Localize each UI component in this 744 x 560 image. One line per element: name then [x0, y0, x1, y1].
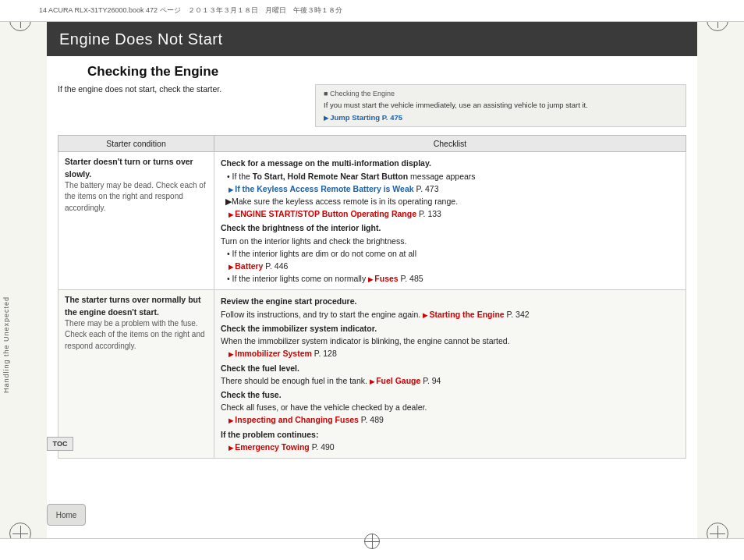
engine-start-stop-link[interactable]: ENGINE START/STOP Button Operating Range: [229, 209, 416, 218]
starter-title-1: Starter doesn't turn or turns over slowl…: [65, 156, 207, 179]
sidenote-body: If you must start the vehicle immediatel…: [324, 100, 678, 110]
sidenote-header: ■ Checking the Engine: [324, 90, 678, 97]
top-bar-text: 14 ACURA RLX-31TY26000.book 472 ページ ２０１３…: [39, 5, 342, 16]
main-table: Starter condition Checklist Starter does…: [58, 135, 686, 459]
jump-starting-link[interactable]: Jump Starting P. 475: [324, 113, 402, 122]
checklist-2: Review the engine start procedure. Follo…: [214, 290, 686, 459]
intro-text: If the engine does not start, check the …: [58, 84, 315, 127]
top-bar: 14 ACURA RLX-31TY26000.book 472 ページ ２０１３…: [0, 0, 744, 22]
main-content: Checking the Engine If the engine does n…: [47, 56, 697, 538]
starter-body-2: There may be a problem with the fuse. Ch…: [65, 318, 207, 353]
immobilizer-link[interactable]: Immobilizer System: [229, 349, 312, 358]
header-band: Engine Does Not Start: [47, 22, 697, 56]
home-button[interactable]: Home: [47, 504, 86, 526]
side-label: Handling the Unexpected: [2, 296, 10, 393]
table-row: The starter turns over normally but the …: [58, 290, 686, 459]
page-title: Engine Does Not Start: [59, 30, 223, 48]
keyless-battery-link[interactable]: If the Keyless Access Remote Battery is …: [229, 184, 414, 193]
section-title: Checking the Engine: [87, 64, 686, 80]
checklist-1: Check for a message on the multi-informa…: [214, 152, 686, 290]
fuses-link-1[interactable]: Fuses: [368, 274, 399, 283]
starter-condition-2: The starter turns over normally but the …: [58, 290, 214, 459]
fuel-gauge-link[interactable]: Fuel Gauge: [370, 376, 420, 385]
starter-condition-1: Starter doesn't turn or turns over slowl…: [58, 152, 214, 290]
table-header-starter: Starter condition: [58, 136, 214, 152]
toc-badge[interactable]: TOC: [47, 437, 73, 451]
emergency-towing-link[interactable]: Emergency Towing: [229, 442, 310, 452]
table-row: Starter doesn't turn or turns over slowl…: [58, 152, 686, 290]
starting-engine-link[interactable]: Starting the Engine: [423, 310, 505, 319]
starter-title-2: The starter turns over normally but the …: [65, 294, 207, 317]
inspecting-fuses-link[interactable]: Inspecting and Changing Fuses: [229, 415, 359, 424]
battery-link[interactable]: Battery: [229, 261, 263, 271]
table-header-checklist: Checklist: [214, 136, 686, 152]
intro-row: If the engine does not start, check the …: [58, 84, 686, 127]
bottom-center-marker: [364, 533, 380, 549]
starter-body-1: The battery may be dead. Check each of t…: [65, 180, 207, 214]
sidenote-box: ■ Checking the Engine If you must start …: [315, 84, 686, 127]
